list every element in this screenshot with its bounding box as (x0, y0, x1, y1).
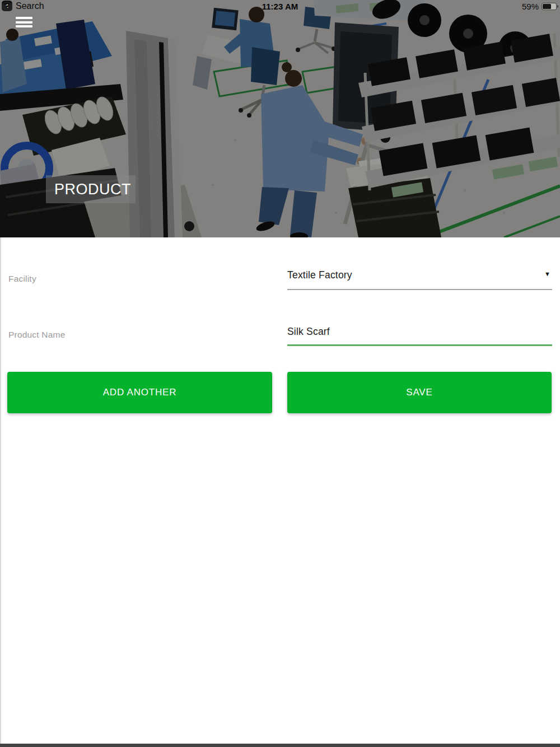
header-photo: ‹ Search 11:23 AM 59% (0, 0, 560, 237)
app-screen: ‹ Search 11:23 AM 59% (0, 0, 560, 747)
hamburger-icon (16, 25, 32, 27)
hamburger-icon (16, 21, 32, 24)
battery-fill (543, 4, 551, 9)
status-bar: ‹ Search 11:23 AM 59% (0, 0, 560, 13)
facility-value: Textile Factory (287, 269, 352, 281)
bottom-edge-bar (0, 744, 560, 747)
product-name-value: Silk Scarf (287, 326, 330, 338)
page-title: PRODUCT (54, 181, 131, 198)
add-another-button[interactable]: ADD ANOTHER (7, 372, 272, 413)
battery-icon (542, 3, 557, 10)
product-name-label: Product Name (8, 330, 65, 340)
dropdown-arrow-icon: ▼ (544, 270, 550, 277)
form-area: Facility Textile Factory ▼ Product Name … (0, 237, 560, 744)
facility-select[interactable]: Textile Factory ▼ (287, 268, 552, 290)
save-button[interactable]: SAVE (287, 372, 552, 413)
menu-button[interactable] (16, 17, 32, 27)
product-name-input[interactable]: Silk Scarf (287, 325, 552, 346)
status-right: 59% (522, 2, 557, 11)
left-edge-line (0, 237, 1, 744)
facility-label: Facility (8, 274, 36, 284)
page-title-box: PRODUCT (46, 175, 136, 203)
battery-percent: 59% (522, 2, 539, 11)
hamburger-icon (16, 17, 32, 19)
status-time: 11:23 AM (0, 2, 560, 11)
